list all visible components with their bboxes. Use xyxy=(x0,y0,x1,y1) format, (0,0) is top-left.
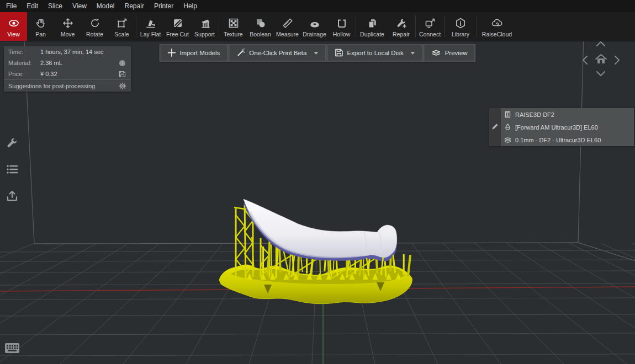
tool-texture[interactable]: Texture xyxy=(220,12,247,41)
save-icon xyxy=(335,49,343,58)
measure-icon xyxy=(282,16,294,30)
boolean-icon xyxy=(255,16,267,30)
tool-hollow[interactable]: Hollow xyxy=(328,12,355,41)
menu-edit[interactable]: Edit xyxy=(22,0,43,12)
rotate-icon xyxy=(89,16,101,30)
stats-row-material: Material: 2.36 mL xyxy=(4,57,131,68)
toolbar-separator xyxy=(136,15,136,38)
toolbar-separator xyxy=(477,15,477,38)
tool-connect[interactable]: Connect xyxy=(416,12,443,41)
rotate-right-button[interactable] xyxy=(614,55,620,65)
toolbar-separator xyxy=(415,15,416,38)
tool-support[interactable]: Support xyxy=(191,12,218,41)
menu-view[interactable]: View xyxy=(67,0,92,12)
layer-template-row[interactable]: 0.1mm - DF2 - Ultracur3D EL60 xyxy=(501,133,634,146)
scale-icon xyxy=(116,16,128,30)
layer-stack-icon xyxy=(504,136,511,143)
tool-library[interactable]: Library xyxy=(445,12,476,41)
tool-view[interactable]: View xyxy=(0,12,27,41)
gear-icon[interactable] xyxy=(118,82,126,90)
one-click-print-button[interactable]: One-Click Print Beta xyxy=(229,45,326,61)
library-icon xyxy=(454,16,467,30)
connect-icon xyxy=(424,16,436,30)
pencil-icon xyxy=(491,122,499,132)
action-bar: Import Models One-Click Print Beta Expor… xyxy=(159,44,475,62)
duplicate-icon xyxy=(366,16,378,30)
drainage-icon xyxy=(309,16,321,30)
toolbar-separator xyxy=(444,15,444,38)
menu-model[interactable]: Model xyxy=(92,0,120,12)
lay-flat-icon xyxy=(145,16,157,30)
printer-settings-panel: RAISE3D DF2 [Forward AM Ultracur3D] EL60… xyxy=(489,108,634,146)
eye-icon xyxy=(8,16,20,30)
model-horn[interactable] xyxy=(244,199,397,258)
printer-row[interactable]: RAISE3D DF2 xyxy=(501,108,634,121)
free-cut-icon xyxy=(172,16,184,30)
layers-icon xyxy=(432,49,441,58)
tool-lay-flat[interactable]: Lay Flat xyxy=(137,12,164,41)
hand-icon xyxy=(35,16,47,30)
printer-icon xyxy=(504,111,511,118)
tool-move[interactable]: Move xyxy=(54,12,81,41)
printer-rows: RAISE3D DF2 [Forward AM Ultracur3D] EL60… xyxy=(501,108,634,146)
material-row[interactable]: [Forward AM Ultracur3D] EL60 xyxy=(501,121,634,133)
menu-printer[interactable]: Printer xyxy=(149,0,178,12)
view-navigation xyxy=(579,38,624,82)
tool-measure[interactable]: Measure xyxy=(274,12,301,41)
chevron-down-icon[interactable] xyxy=(314,52,318,55)
tool-duplicate[interactable]: Duplicate xyxy=(357,12,388,41)
menu-slice[interactable]: Slice xyxy=(43,0,67,12)
side-tool-rail xyxy=(5,136,19,203)
upload-icon[interactable] xyxy=(5,189,19,203)
import-models-button[interactable]: Import Models xyxy=(160,45,227,61)
edit-strip[interactable] xyxy=(489,108,501,146)
info-icon[interactable] xyxy=(118,60,126,67)
hollow-icon xyxy=(336,16,348,30)
menu-repair[interactable]: Repair xyxy=(120,0,149,12)
tool-pan[interactable]: Pan xyxy=(27,12,54,41)
toolbar-separator xyxy=(356,15,356,38)
tool-repair[interactable]: Repair xyxy=(388,12,415,41)
stats-row-price: Price: ¥ 0.32 xyxy=(4,68,131,79)
resin-drop-icon xyxy=(504,124,511,131)
save-icon[interactable] xyxy=(118,71,126,78)
support-icon xyxy=(199,16,211,30)
rotate-left-button[interactable] xyxy=(582,55,588,65)
stats-row-time: Time: 1 hours, 37 min, 14 sec xyxy=(4,46,131,57)
tool-boolean[interactable]: Boolean xyxy=(247,12,274,41)
menu-bar: File Edit Slice View Model Repair Printe… xyxy=(0,0,635,12)
repair-icon xyxy=(395,16,408,30)
rotate-down-button[interactable] xyxy=(596,71,606,77)
move-arrows-icon xyxy=(62,16,74,30)
keyboard-icon[interactable] xyxy=(4,342,20,356)
preview-button[interactable]: Preview xyxy=(424,45,475,61)
home-icon[interactable] xyxy=(594,52,608,66)
print-stats-panel: Time: 1 hours, 37 min, 14 sec Material: … xyxy=(4,46,131,92)
export-local-disk-button[interactable]: Export to Local Disk xyxy=(327,45,422,61)
menu-help[interactable]: Help xyxy=(178,0,202,12)
chevron-down-icon[interactable] xyxy=(411,52,415,55)
rotate-up-button[interactable] xyxy=(596,41,606,47)
plus-icon xyxy=(167,49,176,58)
list-icon[interactable] xyxy=(5,162,19,176)
cloud-icon xyxy=(490,16,504,30)
tool-free-cut[interactable]: Free Cut xyxy=(164,12,191,41)
tool-raisecloud[interactable]: RaiseCloud xyxy=(478,12,516,41)
tool-rotate[interactable]: Rotate xyxy=(81,12,108,41)
wrench-icon[interactable] xyxy=(5,136,19,150)
tool-scale[interactable]: Scale xyxy=(108,12,135,41)
post-processing-suggestions[interactable]: Suggestions for post-processing xyxy=(4,79,131,92)
toolbar-separator xyxy=(219,15,219,38)
main-toolbar: View Pan Move Rotate Scale Lay Flat Free… xyxy=(0,12,635,41)
tool-drainage[interactable]: Drainage xyxy=(301,12,328,41)
texture-icon xyxy=(227,16,240,30)
menu-file[interactable]: File xyxy=(1,0,22,12)
wand-icon xyxy=(236,48,245,58)
